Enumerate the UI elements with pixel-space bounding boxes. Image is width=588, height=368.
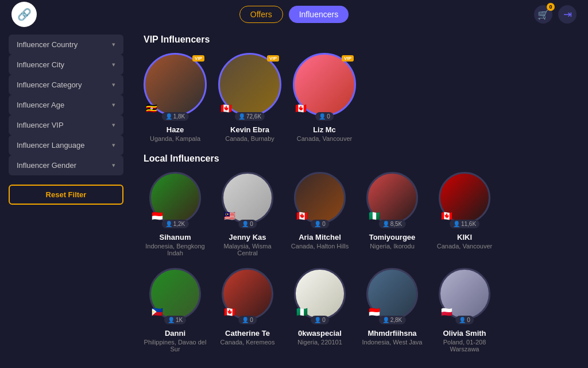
followers-badge: 👤0	[311, 220, 329, 228]
influencer-card[interactable]: 🇨🇦👤0Catherine TeCanada, Keremeos	[216, 268, 279, 352]
followers-icon: 👤	[314, 221, 321, 227]
followers-badge: 👤1,2K	[162, 220, 189, 228]
followers-badge: 👤2,8K	[379, 316, 406, 324]
logo-icon: 🔗	[17, 7, 32, 21]
followers-badge: 👤1K	[164, 316, 186, 324]
chevron-down-icon: ▾	[112, 162, 115, 169]
influencer-name: Kevin Ebra	[230, 125, 269, 134]
influencer-card[interactable]: 🇲🇾👤0Jenny KasMalaysia, Wisma Central	[216, 172, 279, 256]
followers-badge: 👤72,6K	[235, 112, 265, 121]
local-section: Local Influencers 🇮🇩👤1,2KSihanumIndonesi…	[144, 154, 577, 352]
flag-icon: 🇮🇩	[369, 306, 380, 317]
filter-item-city[interactable]: Influencer City▾	[9, 55, 123, 75]
header: 🔗 Offers Influencers 🛒 0 ⇥	[0, 0, 588, 29]
influencer-name: Mhmdrfiihsna	[368, 329, 416, 338]
filter-label: Influencer VIP	[17, 121, 64, 129]
followers-count: 0	[467, 317, 470, 323]
vip-badge: VIP	[267, 55, 279, 62]
followers-badge: 👤0	[238, 220, 257, 228]
followers-icon: 👤	[238, 113, 245, 120]
influencer-card[interactable]: 🇳🇬👤8,5KTomiyourgeeNigeria, Ikorodu	[361, 172, 424, 256]
offers-button[interactable]: Offers	[239, 6, 283, 23]
influencer-card[interactable]: VIP🇨🇦👤72,6KKevin EbraCanada, Burnaby	[218, 53, 281, 142]
flag-icon: 🇳🇬	[296, 306, 308, 317]
flag-icon: 🇲🇾	[224, 210, 235, 221]
followers-count: 2,8K	[390, 317, 403, 323]
user-button[interactable]: ⇥	[558, 5, 577, 24]
influencer-card[interactable]: 🇨🇦👤0Aria MitchelCanada, Halton Hills	[288, 172, 351, 256]
flag-icon: 🇳🇬	[369, 210, 380, 221]
filter-label: Influencer Country	[17, 40, 78, 49]
filter-label: Influencer Category	[17, 80, 82, 89]
filter-label: Influencer Language	[17, 141, 85, 150]
chevron-down-icon: ▾	[112, 81, 115, 89]
followers-count: 11,6K	[461, 221, 476, 227]
sidebar: Influencer Country▾Influencer City▾Influ…	[0, 29, 132, 360]
flag-icon: 🇨🇦	[441, 210, 452, 221]
followers-icon: 👤	[382, 317, 389, 323]
filter-item-category[interactable]: Influencer Category▾	[9, 75, 123, 95]
influencer-location: Uganda, Kampala	[150, 135, 200, 142]
nav: Offers Influencers	[239, 6, 349, 23]
followers-icon: 👤	[168, 317, 175, 323]
influencer-location: Canada, Keremeos	[220, 339, 275, 346]
followers-count: 72,6K	[246, 113, 261, 120]
flag-icon: 🇮🇩	[152, 210, 163, 221]
logo[interactable]: 🔗	[11, 2, 37, 27]
followers-icon: 👤	[242, 221, 249, 227]
influencer-location: Indonesia, Bengkong Indah	[144, 243, 207, 256]
filter-item-age[interactable]: Influencer Age▾	[9, 95, 123, 115]
filter-label: Influencer City	[17, 60, 64, 69]
followers-count: 1K	[176, 317, 183, 323]
reset-filter-button[interactable]: Reset Filter	[9, 185, 123, 205]
vip-section: VIP Influencers VIP🇺🇬👤1,8KHazeUganda, Ka…	[144, 34, 577, 142]
filter-item-gender[interactable]: Influencer Gender▾	[9, 155, 123, 175]
followers-icon: 👤	[382, 221, 389, 227]
chevron-down-icon: ▾	[112, 41, 115, 48]
followers-count: 0	[322, 221, 326, 227]
filter-item-language[interactable]: Influencer Language▾	[9, 135, 123, 155]
influencer-name: Danni	[165, 329, 185, 338]
influencer-location: Nigeria, 220101	[297, 339, 342, 346]
influencer-name: 0kwaspecial	[298, 329, 342, 338]
followers-count: 8,5K	[390, 221, 403, 227]
chevron-down-icon: ▾	[112, 121, 115, 129]
influencer-card[interactable]: 🇵🇭👤1KDanniPhilippines, Davao del Sur	[144, 268, 207, 352]
filter-label: Influencer Gender	[17, 161, 76, 170]
influencers-button[interactable]: Influencers	[289, 6, 349, 23]
influencer-name: Olivia Smith	[443, 329, 486, 338]
followers-icon: 👤	[459, 317, 466, 323]
influencer-card[interactable]: 🇨🇦👤11,6KKIKICanada, Vancouver	[433, 172, 496, 256]
flag-icon: 🇵🇭	[152, 306, 163, 317]
flag-icon: 🇨🇦	[296, 210, 308, 221]
header-icons: 🛒 0 ⇥	[534, 5, 577, 24]
cart-button[interactable]: 🛒 0	[534, 5, 552, 24]
influencer-name: KIKI	[457, 233, 472, 241]
influencer-name: Jenny Kas	[229, 233, 266, 241]
main-layout: Influencer Country▾Influencer City▾Influ…	[0, 29, 588, 360]
followers-count: 0	[250, 317, 253, 323]
followers-badge: 👤11,6K	[450, 220, 479, 228]
influencer-name: Sihanum	[160, 233, 191, 241]
followers-icon: 👤	[319, 113, 326, 120]
vip-badge: VIP	[342, 55, 354, 62]
filter-item-vip[interactable]: Influencer VIP▾	[9, 115, 123, 135]
followers-icon: 👤	[165, 221, 172, 227]
influencer-card[interactable]: 🇮🇩👤2,8KMhmdrfiihsnaIndonesia, West Java	[361, 268, 424, 352]
influencer-card[interactable]: 🇵🇱👤0Olivia SmithPoland, 01-208 Warszawa	[433, 268, 496, 352]
vip-section-title: VIP Influencers	[144, 34, 577, 45]
influencer-location: Poland, 01-208 Warszawa	[433, 339, 496, 352]
filter-item-country[interactable]: Influencer Country▾	[9, 34, 123, 55]
followers-icon: 👤	[165, 113, 172, 120]
influencer-card[interactable]: VIP🇨🇦👤0Liz McCanada, Vancouver	[293, 53, 356, 142]
followers-badge: 👤0	[238, 316, 257, 324]
filter-label: Influencer Age	[17, 101, 64, 109]
cart-badge: 0	[547, 3, 555, 11]
influencer-card[interactable]: 🇳🇬👤00kwaspecialNigeria, 220101	[288, 268, 351, 352]
influencer-card[interactable]: 🇮🇩👤1,2KSihanumIndonesia, Bengkong Indah	[144, 172, 207, 256]
followers-badge: 👤1,8K	[162, 112, 189, 121]
local-section-title: Local Influencers	[144, 154, 577, 164]
influencer-card[interactable]: VIP🇺🇬👤1,8KHazeUganda, Kampala	[144, 53, 207, 142]
followers-badge: 👤0	[315, 112, 334, 121]
influencer-name: Haze	[167, 125, 184, 134]
